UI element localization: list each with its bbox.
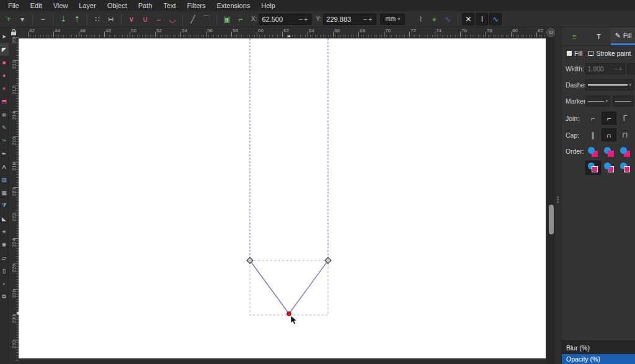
vertical-scrollbar[interactable] [547, 37, 555, 364]
text-tool[interactable]: A [0, 160, 9, 173]
round-join-button[interactable]: ⌐ [602, 112, 616, 125]
pages-tool[interactable]: ▯ [0, 264, 9, 277]
spray-tool[interactable]: ❋ [0, 238, 9, 251]
delete-segment-button[interactable]: ∺ [105, 13, 117, 25]
order-stroke-markers-fill-button[interactable] [585, 161, 601, 175]
curve-segment-button[interactable]: ⌒ [200, 13, 213, 25]
menu-extensions[interactable]: Extensions [211, 0, 255, 11]
gradient-tool[interactable]: ▧ [0, 173, 9, 186]
fill-subtab[interactable]: Fill [567, 50, 582, 57]
delete-node-button[interactable]: − [37, 13, 49, 25]
menu-help[interactable]: Help [255, 0, 281, 11]
canvas-desk[interactable] [19, 37, 547, 364]
butt-cap-button[interactable]: ∥ [585, 128, 600, 141]
square-cap-button[interactable]: ⊓ [618, 128, 633, 141]
ruler-corner-lock-button[interactable] [9, 27, 19, 37]
opacity-row[interactable]: Opacity (%) [562, 354, 635, 364]
document-page[interactable] [19, 38, 546, 358]
line-segment-button[interactable]: ╱ [187, 13, 199, 25]
menu-edit[interactable]: Edit [25, 0, 48, 11]
smooth-node-button[interactable]: ∪ [139, 13, 151, 25]
node-toolbar-left-group: +▾−⇣⇡∷∺∨∪⌣◡╱⌒▣⌐ [2, 13, 247, 25]
paint-bucket-tool[interactable]: ◣ [0, 212, 9, 225]
x-coordinate-input[interactable]: 62.500 −+ [259, 14, 312, 25]
rectangle-tool[interactable]: ■ [0, 56, 9, 69]
tab-text-font[interactable]: T [587, 27, 611, 45]
ellipse-tool[interactable]: ● [0, 69, 9, 82]
menu-object[interactable]: Object [102, 0, 133, 11]
blur-row[interactable]: Blur (%) [562, 340, 635, 354]
order-square-glyph [608, 151, 614, 157]
dash-pattern-dropdown[interactable]: ▾ [585, 79, 634, 91]
object-to-path-button[interactable]: ▣ [221, 13, 233, 25]
insert-node-button[interactable]: + [2, 13, 15, 25]
path-node-left[interactable] [247, 257, 253, 264]
zoom-tool[interactable]: ⌕ [0, 277, 9, 290]
spiral-tool[interactable]: ◎ [0, 108, 9, 121]
order-stroke-fill-markers-button[interactable] [618, 145, 633, 159]
menu-layer[interactable]: Layer [73, 0, 102, 11]
horizontal-ruler[interactable]: 4244464850525456586062646668707274767880… [19, 27, 546, 37]
path-node-right[interactable] [325, 257, 331, 264]
mid-marker-dropdown[interactable] [613, 95, 634, 107]
mesh-gradient-tool[interactable]: ▦ [0, 186, 9, 199]
box-3d-tool[interactable]: ⬒ [0, 95, 9, 108]
symmetric-node-button[interactable]: ⌣ [153, 13, 165, 25]
stroke-width-unit-dropdown[interactable] [627, 63, 635, 74]
menu-path[interactable]: Path [133, 0, 158, 11]
menu-view[interactable]: View [48, 0, 74, 11]
show-path-outline-toggle[interactable]: ∿ [489, 13, 502, 25]
show-bezier-handles-toggle[interactable]: I [476, 13, 488, 25]
edit-clip-path-button[interactable]: ⌇ [414, 13, 427, 25]
path-segment-left[interactable] [250, 260, 289, 314]
stroke-width-input[interactable]: 1.000 −+ [585, 63, 625, 74]
menu-filters[interactable]: Filters [182, 0, 211, 11]
stroke-paint-subtab[interactable]: Stroke paint [588, 50, 631, 57]
tweak-tool[interactable]: ✳ [0, 225, 9, 238]
path-segment-right[interactable] [289, 260, 328, 314]
star-tool[interactable]: ✶ [0, 82, 9, 95]
bevel-join-button[interactable]: ⌐ [585, 112, 600, 125]
panel-resize-divider[interactable]: ••• [555, 27, 561, 364]
miter-join-button[interactable]: Γ [618, 112, 633, 125]
order-fill-stroke-markers-button[interactable] [585, 145, 601, 159]
order-markers-fill-stroke-button[interactable] [602, 161, 617, 175]
order-markers-stroke-fill-button[interactable] [618, 161, 633, 175]
auto-smooth-node-button[interactable]: ◡ [166, 13, 179, 25]
edit-mask-path-button[interactable]: ● [428, 13, 440, 25]
menu-file[interactable]: File [2, 0, 25, 11]
node-tool[interactable]: ◤ [0, 43, 9, 56]
dropper-tool[interactable]: ⧩ [0, 199, 9, 212]
menu-text[interactable]: Text [158, 0, 181, 11]
ruler-label: 212 [11, 86, 17, 95]
corner-node-button[interactable]: ∨ [125, 13, 138, 25]
snap-controls-button[interactable]: ∪ [546, 28, 556, 37]
round-cap-button[interactable]: ∩ [602, 128, 616, 141]
order-fill-markers-stroke-button[interactable] [602, 145, 617, 159]
calligraphy-tool[interactable]: ✒ [0, 147, 9, 160]
ruler-label: 222 [11, 213, 17, 222]
insert-node-menu-button[interactable]: ▾ [16, 13, 29, 25]
measure-tool[interactable]: ⧉ [0, 290, 9, 303]
vertical-ruler[interactable]: 208210212214216218220222224226228230232 [9, 37, 19, 364]
y-coordinate-input[interactable]: 229.883 −+ [323, 14, 376, 25]
unit-dropdown[interactable]: mm ▾ [380, 14, 405, 25]
x-spinner[interactable]: −+ [299, 16, 309, 23]
selector-tool[interactable]: ➤ [0, 30, 9, 43]
join-with-segment-button[interactable]: ∷ [91, 13, 104, 25]
stroke-width-spinner[interactable]: −+ [615, 66, 623, 73]
eraser-tool[interactable]: ▱ [0, 251, 9, 264]
active-node[interactable] [287, 312, 291, 316]
pen-tool[interactable]: ✑ [0, 134, 9, 147]
tab-align-distribute[interactable]: ≡ [562, 27, 587, 45]
tab-fill-stroke[interactable]: ✎Fill [611, 27, 635, 45]
stroke-to-path-button[interactable]: ⌐ [234, 13, 247, 25]
break-path-button[interactable]: ⇣ [57, 13, 69, 25]
join-nodes-button[interactable]: ⇡ [71, 13, 83, 25]
y-spinner[interactable]: −+ [363, 16, 374, 23]
pencil-tool[interactable]: ✎ [0, 121, 9, 134]
vertical-scrollbar-thumb[interactable] [549, 205, 554, 234]
show-transform-handles-toggle[interactable]: ✕ [462, 13, 474, 25]
path-effects-button[interactable]: ∿ [442, 13, 454, 25]
start-marker-dropdown[interactable]: ▾ [585, 95, 610, 107]
